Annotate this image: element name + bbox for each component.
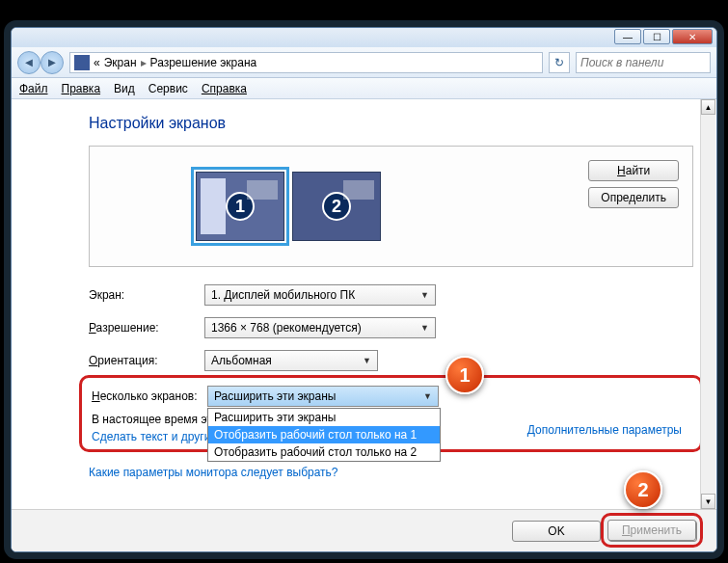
- scroll-down-button[interactable]: ▼: [701, 494, 715, 509]
- resolution-value: 1366 × 768 (рекомендуется): [211, 321, 362, 335]
- multi-value: Расширить эти экраны: [214, 389, 336, 403]
- display-value: 1. Дисплей мобильного ПК: [211, 288, 355, 302]
- annotation-callout-1: 1: [445, 356, 484, 394]
- forward-button[interactable]: ►: [40, 51, 64, 74]
- breadcrumb[interactable]: « Экран ▸ Разрешение экрана: [69, 52, 543, 73]
- close-button[interactable]: ✕: [672, 29, 713, 44]
- menu-help[interactable]: Справка: [202, 82, 247, 95]
- menu-view[interactable]: Вид: [114, 82, 135, 95]
- navbar: ◄ ► « Экран ▸ Разрешение экрана ↻: [12, 47, 716, 78]
- display-label: Экран:: [89, 288, 204, 302]
- apply-button[interactable]: Применить: [607, 520, 696, 541]
- chevron-down-icon: ▼: [423, 391, 432, 401]
- monitor-decoration: [343, 180, 374, 200]
- breadcrumb-chevron: «: [94, 56, 100, 69]
- page-title: Настройки экранов: [89, 115, 693, 132]
- search-input[interactable]: [576, 52, 711, 73]
- monitor-decoration: [247, 180, 278, 200]
- scrollbar[interactable]: ▲ ▼: [700, 99, 715, 509]
- chevron-right-icon: ▸: [141, 56, 147, 69]
- footer: OK Отмена Применить: [12, 509, 716, 551]
- multi-label: Несколько экранов:: [92, 389, 207, 403]
- identify-button[interactable]: Определить: [588, 187, 679, 208]
- scroll-up-button[interactable]: ▲: [701, 99, 715, 115]
- resolution-combo[interactable]: 1366 × 768 (рекомендуется) ▼: [204, 317, 436, 338]
- detect-button[interactable]: Найти: [588, 160, 679, 181]
- monitor-params-link[interactable]: Какие параметры монитора следует выбрать…: [89, 466, 693, 479]
- menu-file[interactable]: Файл: [19, 82, 48, 95]
- back-button[interactable]: ◄: [17, 51, 40, 74]
- refresh-button[interactable]: ↻: [549, 52, 570, 73]
- dropdown-option[interactable]: Отобразить рабочий стол только на 2: [208, 443, 440, 461]
- control-panel-window: — ☐ ✕ ◄ ► « Экран ▸ Разрешение экрана ↻ …: [11, 27, 717, 552]
- orientation-label: Ориентация:: [89, 354, 204, 367]
- annotation-callout-2: 2: [624, 470, 662, 509]
- dropdown-option[interactable]: Расширить эти экраны: [208, 409, 440, 426]
- menu-tools[interactable]: Сервис: [148, 82, 188, 95]
- menu-edit[interactable]: Правка: [62, 82, 101, 95]
- monitor-2[interactable]: 2: [292, 172, 381, 241]
- annotation-highlight-1: Несколько экранов: Расширить эти экраны …: [79, 375, 703, 452]
- multi-dropdown: Расширить эти экраны Отобразить рабочий …: [207, 408, 441, 462]
- advanced-settings-link[interactable]: Дополнительные параметры: [527, 423, 682, 437]
- monitor-preview: 1 2 Найти Определить: [89, 146, 693, 267]
- chevron-down-icon: ▼: [420, 290, 429, 300]
- chevron-down-icon: ▼: [363, 356, 371, 365]
- content-area: Настройки экранов 1 2 Найти Определить Э…: [12, 99, 716, 551]
- monitor-decoration: [201, 178, 226, 234]
- titlebar: — ☐ ✕: [12, 28, 716, 47]
- orientation-value: Альбомная: [211, 354, 272, 367]
- breadcrumb-root[interactable]: Экран: [104, 56, 137, 69]
- maximize-button[interactable]: ☐: [643, 29, 670, 44]
- menubar: Файл Правка Вид Сервис Справка: [12, 78, 716, 99]
- display-combo[interactable]: 1. Дисплей мобильного ПК ▼: [204, 284, 436, 306]
- ok-button[interactable]: OK: [512, 521, 601, 542]
- dropdown-option-selected[interactable]: Отобразить рабочий стол только на 1: [208, 426, 440, 443]
- display-icon: [74, 55, 90, 70]
- minimize-button[interactable]: —: [614, 29, 641, 44]
- resolution-label: Разрешение:: [89, 321, 204, 335]
- annotation-highlight-2: Применить: [601, 513, 703, 548]
- orientation-combo[interactable]: Альбомная ▼: [204, 350, 378, 371]
- multi-display-combo[interactable]: Расширить эти экраны ▼ Расширить эти экр…: [207, 386, 439, 407]
- monitor-1[interactable]: 1: [196, 172, 284, 241]
- chevron-down-icon: ▼: [420, 323, 429, 333]
- breadcrumb-current[interactable]: Разрешение экрана: [150, 56, 257, 69]
